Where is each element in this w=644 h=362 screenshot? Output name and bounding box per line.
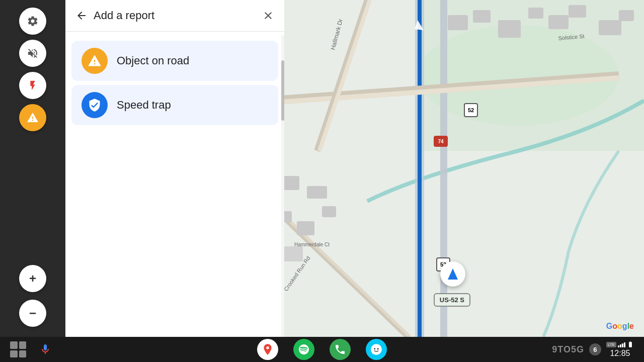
- svg-rect-9: [528, 8, 543, 19]
- grid-button[interactable]: [10, 341, 26, 357]
- brand-text: 9TO5G: [552, 344, 584, 355]
- bottom-bar: 9TO5G 6 LTE 12:85: [0, 337, 644, 362]
- close-button[interactable]: [262, 10, 274, 22]
- svg-text:Hammerdale Ct: Hammerdale Ct: [294, 242, 330, 247]
- svg-rect-17: [297, 221, 314, 235]
- gps-cursor: [440, 261, 465, 287]
- spotify-app-button[interactable]: [293, 339, 314, 360]
- gps-arrow-icon: [448, 268, 458, 280]
- svg-rect-18: [322, 206, 336, 217]
- bottom-left-area: [10, 340, 54, 358]
- google-watermark: Google: [606, 322, 634, 331]
- report-list: Object on road Speed trap: [65, 32, 284, 337]
- svg-rect-6: [448, 15, 468, 30]
- flash-button[interactable]: [19, 72, 46, 99]
- mute-button[interactable]: [19, 40, 46, 67]
- svg-rect-4: [418, 0, 422, 337]
- svg-rect-11: [569, 5, 586, 18]
- lte-label: LTE: [606, 342, 616, 347]
- scrollbar-thumb[interactable]: [281, 60, 284, 121]
- svg-point-27: [377, 348, 379, 350]
- waze-app-button[interactable]: [366, 339, 387, 360]
- report-item-speed-trap[interactable]: Speed trap: [71, 85, 278, 125]
- warning-button[interactable]: [19, 104, 46, 131]
- svg-rect-12: [599, 20, 621, 35]
- maps-app-button[interactable]: [257, 339, 278, 360]
- mic-button[interactable]: [36, 340, 54, 358]
- svg-rect-7: [473, 10, 491, 23]
- zoom-out-button[interactable]: −: [19, 300, 46, 327]
- back-button[interactable]: [75, 10, 88, 22]
- sidebar: + −: [0, 0, 65, 337]
- bottom-center-area: [257, 339, 387, 360]
- speed-trap-icon-bg: [82, 92, 108, 118]
- svg-rect-13: [619, 10, 634, 21]
- scrollbar-track: [281, 35, 284, 337]
- route-badge-74: 74: [434, 136, 448, 147]
- route-badge-52a: 52: [464, 103, 478, 117]
- object-on-road-icon-bg: [82, 48, 108, 74]
- time-display: 12:85: [610, 349, 630, 358]
- svg-point-26: [374, 348, 375, 350]
- gps-circle: [440, 261, 465, 287]
- us52s-badge: US-52 S: [434, 293, 470, 307]
- svg-rect-10: [548, 15, 569, 29]
- report-header: Add a report: [65, 0, 284, 32]
- channel-badge: 6: [589, 343, 601, 355]
- object-on-road-label: Object on road: [117, 54, 189, 67]
- report-panel-title: Add a report: [94, 9, 256, 22]
- phone-app-button[interactable]: [330, 339, 351, 360]
- svg-rect-8: [498, 20, 521, 38]
- svg-rect-19: [282, 246, 303, 261]
- bottom-right-area: 9TO5G 6 LTE 12:85: [552, 341, 634, 358]
- report-item-object-on-road[interactable]: Object on road: [71, 41, 278, 81]
- speed-trap-label: Speed trap: [117, 99, 171, 112]
- svg-point-25: [266, 346, 269, 349]
- settings-button[interactable]: [19, 8, 46, 35]
- svg-rect-14: [282, 176, 299, 190]
- zoom-in-button[interactable]: +: [19, 265, 46, 292]
- svg-rect-15: [307, 186, 327, 199]
- report-panel: Add a report Object on road Speed tr: [65, 0, 284, 337]
